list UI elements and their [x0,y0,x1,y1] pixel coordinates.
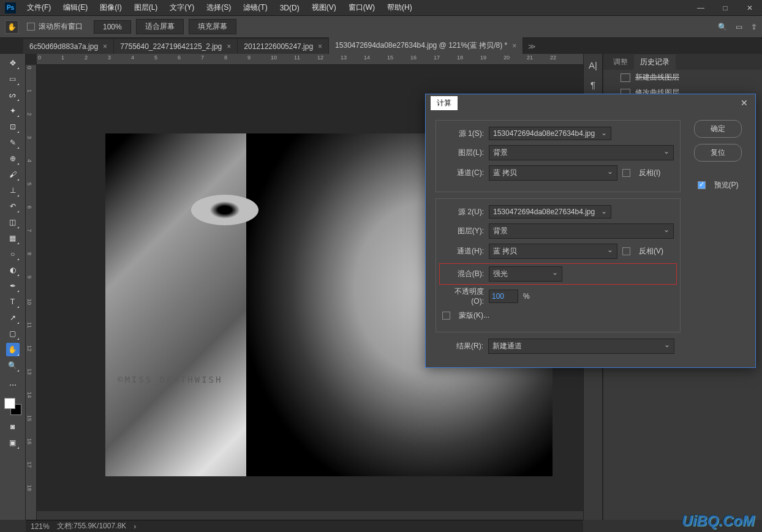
layer1-label: 图层(L): [442,148,484,158]
history-tab[interactable]: 历史记录 [634,54,676,70]
search-icon[interactable]: 🔍 [718,23,727,31]
close-icon[interactable]: × [103,42,107,51]
character-panel-icon[interactable]: A| [587,59,599,71]
minimize-button[interactable]: — [688,0,713,15]
ok-button[interactable]: 确定 [694,120,742,138]
panel-tabs: 调整 历史记录 [603,54,762,70]
text-tool[interactable]: T [6,295,20,309]
path-tool[interactable]: ↗ [6,311,20,324]
scroll-all-checkbox[interactable] [27,23,35,31]
source1-select[interactable]: 1530472694da08e27634b4.jpg [489,127,611,140]
wand-tool[interactable]: ✦ [6,104,20,118]
invert2-checkbox[interactable] [622,247,630,255]
adjust-tab[interactable]: 调整 [607,54,634,70]
channel1-select[interactable]: 蓝 拷贝 [489,165,617,181]
mask-checkbox[interactable] [442,312,450,320]
share-icon[interactable]: ⇪ [751,23,757,31]
menu-window[interactable]: 窗口(W) [342,0,381,15]
lasso-tool[interactable]: ᔕ [6,88,20,102]
zoom-level[interactable]: 121% [31,522,50,531]
dialog-close-icon[interactable]: ✕ [733,98,755,108]
blend-select[interactable]: 强光 [489,266,562,282]
tool-panel: ✥ ▭ ᔕ ✦ ⊡ ✎ ⊕ 🖌 ⊥ ↶ ◫ ▦ ○ ◐ ✒ T ↗ ▢ ✋ 🔍 … [0,54,26,520]
close-icon[interactable]: × [512,42,516,50]
dodge-tool[interactable]: ◐ [6,263,20,277]
image-watermark: ©MISS_DEATHWISH [118,375,222,384]
result-select[interactable]: 新建通道 [488,339,674,354]
patch-tool[interactable]: ⊕ [6,152,20,165]
opacity-unit: % [523,292,530,301]
close-button[interactable]: ✕ [737,0,762,15]
workspace-icon[interactable]: ▭ [736,23,742,31]
layer2-select[interactable]: 背景 [489,223,674,239]
history-item[interactable]: 新建曲线图层 [614,70,762,85]
scroll-all-label: 滚动所有窗口 [39,21,83,32]
status-bar: 121% 文档:755.9K/1007.8K › [26,520,583,532]
paragraph-panel-icon[interactable]: ¶ [587,78,599,91]
tab-doc-1[interactable]: 6c50d69d883a7a.jpg× [23,39,114,54]
layer1-select[interactable]: 背景 [489,145,674,160]
fit-screen-button[interactable]: 适合屏幕 [136,19,184,34]
menu-edit[interactable]: 编辑(E) [57,0,94,15]
main-menu: 文件(F) 编辑(E) 图像(I) 图层(L) 文字(Y) 选择(S) 滤镜(T… [21,0,418,15]
zoom-100-button[interactable]: 100% [94,20,131,34]
hand-tool[interactable]: ✋ [6,343,20,356]
opacity-input[interactable] [489,290,518,303]
tab-doc-4[interactable]: 1530472694da08e27634b4.jpg @ 121%(蓝 拷贝/8… [329,37,523,54]
options-bar: ✋ 滚动所有窗口 100% 适合屏幕 填充屏幕 🔍 ▭ ⇪ [0,16,762,38]
tab-doc-2[interactable]: 7755640_224719642125_2.jpg× [114,39,238,54]
brush-tool[interactable]: 🖌 [6,168,20,181]
menu-type[interactable]: 文字(Y) [164,0,200,15]
hand-tool-icon[interactable]: ✋ [5,20,18,34]
source1-label: 源 1(S): [442,129,484,139]
menu-select[interactable]: 选择(S) [200,0,237,15]
move-tool[interactable]: ✥ [6,56,20,70]
menu-file[interactable]: 文件(F) [21,0,57,15]
menu-filter[interactable]: 滤镜(T) [237,0,273,15]
tab-overflow-icon[interactable]: ≫ [523,39,541,54]
invert1-checkbox[interactable] [622,169,630,177]
fill-screen-button[interactable]: 填充屏幕 [189,19,236,34]
layer2-label: 图层(Y): [442,226,484,236]
eyedropper-tool[interactable]: ✎ [6,136,20,149]
close-icon[interactable]: × [318,42,322,51]
preview-label: 预览(P) [714,180,739,190]
ps-logo-icon: Ps [5,2,16,13]
menu-image[interactable]: 图像(I) [94,0,127,15]
history-brush-tool[interactable]: ↶ [6,200,20,213]
screen-mode-tool[interactable]: ▣ [6,436,20,449]
gradient-tool[interactable]: ▦ [6,231,20,245]
preview-checkbox[interactable] [698,181,706,189]
window-controls: — □ ✕ [688,0,762,15]
pen-tool[interactable]: ✒ [6,279,20,293]
status-arrow-icon[interactable]: › [134,522,136,531]
menu-layer[interactable]: 图层(L) [128,0,164,15]
eraser-tool[interactable]: ◫ [6,215,20,229]
source2-select[interactable]: 1530472694da08e27634b4.jpg [489,205,611,219]
stamp-tool[interactable]: ⊥ [6,184,20,197]
menu-3d[interactable]: 3D(D) [274,0,306,15]
opacity-label: 不透明度(O): [442,287,484,305]
options-right: 🔍 ▭ ⇪ [718,23,757,31]
menu-view[interactable]: 视图(V) [306,0,342,15]
dialog-titlebar[interactable]: 计算 ✕ [426,94,755,111]
shape-tool[interactable]: ▢ [6,327,20,340]
reset-button[interactable]: 复位 [694,144,742,162]
site-watermark: UiBQ.CoM [682,512,755,530]
misc-tool-1[interactable]: ⋯ [6,378,20,392]
close-icon[interactable]: × [227,42,231,51]
doc-size: 文档:755.9K/1007.8K [57,521,126,531]
marquee-tool[interactable]: ▭ [6,72,20,86]
menu-help[interactable]: 帮助(H) [381,0,418,15]
quick-mask-tool[interactable]: ◙ [6,420,20,433]
crop-tool[interactable]: ⊡ [6,120,20,133]
maximize-button[interactable]: □ [713,0,737,15]
horizontal-ruler: 012345678910111213141516171819202122 [37,54,583,65]
horizontal-scrollbar[interactable] [37,511,583,520]
channel2-select[interactable]: 蓝 拷贝 [489,244,617,259]
zoom-tool[interactable]: 🔍 [6,359,20,372]
tab-doc-3[interactable]: 20121226005247.jpg× [238,39,329,54]
color-swatch[interactable] [4,398,21,415]
result-label: 结果(R): [442,341,483,351]
blur-tool[interactable]: ○ [6,247,20,261]
